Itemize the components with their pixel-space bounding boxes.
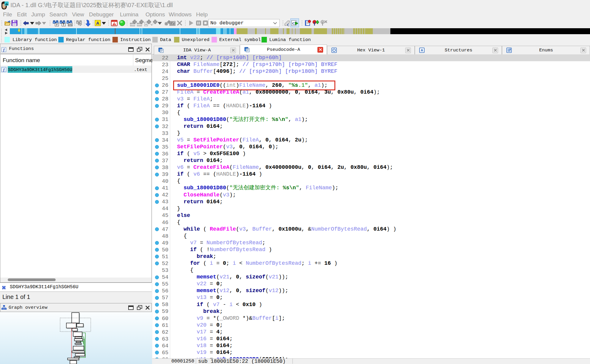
- svg-text:CODE: CODE: [130, 24, 136, 26]
- svg-text:A: A: [145, 23, 147, 26]
- svg-text:T: T: [63, 23, 65, 26]
- svg-text:#: #: [56, 23, 57, 26]
- svg-text:‘s’: ‘s’: [150, 23, 154, 26]
- svg-text:A: A: [421, 48, 423, 52]
- svg-text:C: C: [287, 23, 290, 26]
- svg-text:A: A: [96, 21, 99, 26]
- svg-text:DATA: DATA: [137, 24, 142, 26]
- svg-text:101: 101: [68, 23, 72, 26]
- svg-text:C: C: [292, 21, 295, 26]
